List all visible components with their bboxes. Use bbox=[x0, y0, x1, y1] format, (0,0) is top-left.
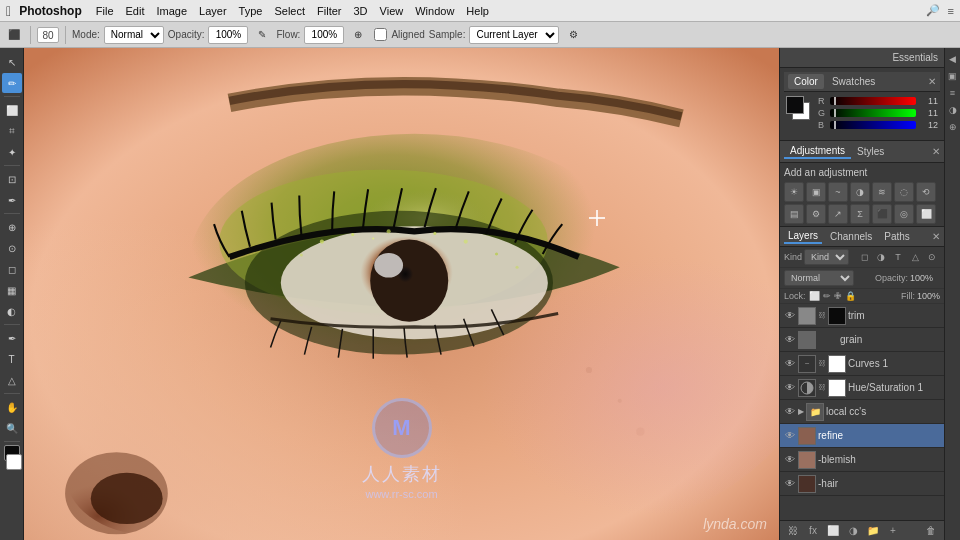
eye-icon-localccs[interactable]: 👁 bbox=[785, 406, 795, 417]
menu-item-3d[interactable]: 3D bbox=[353, 5, 367, 17]
eye-icon-hair[interactable]: 👁 bbox=[785, 478, 795, 489]
dodge-tool[interactable]: ◐ bbox=[2, 301, 22, 321]
panel-close-icon[interactable]: ✕ bbox=[928, 76, 936, 87]
new-layer-btn[interactable]: + bbox=[884, 523, 902, 539]
layers-tab[interactable]: Layers bbox=[784, 229, 822, 244]
filter-pixel-btn[interactable]: ◻ bbox=[856, 249, 872, 265]
lock-all-icon[interactable]: 🔒 bbox=[845, 291, 856, 301]
pen-tool[interactable]: ✒ bbox=[2, 328, 22, 348]
aligned-checkbox[interactable] bbox=[374, 28, 387, 41]
swatches-tab[interactable]: Swatches bbox=[826, 74, 881, 89]
zoom-tool[interactable]: 🔍 bbox=[2, 418, 22, 438]
layer-item-blemish[interactable]: 👁 -blemish bbox=[780, 448, 944, 472]
filter-adj-btn[interactable]: ◑ bbox=[873, 249, 889, 265]
layer-item-curves1[interactable]: 👁 ~ ⛓ Curves 1 bbox=[780, 352, 944, 376]
heal-tool[interactable]: ⊕ bbox=[2, 217, 22, 237]
paths-tab[interactable]: Paths bbox=[880, 230, 914, 243]
hand-tool[interactable]: ✋ bbox=[2, 397, 22, 417]
side-btn-5[interactable]: ⊕ bbox=[946, 120, 960, 134]
lasso-tool[interactable]: ⌗ bbox=[2, 121, 22, 141]
layer-item-trim[interactable]: 👁 ⛓ trim bbox=[780, 304, 944, 328]
eye-icon-refine[interactable]: 👁 bbox=[785, 430, 795, 441]
colorbalance-btn[interactable]: ⟲ bbox=[916, 182, 936, 202]
huesat-btn[interactable]: ◌ bbox=[894, 182, 914, 202]
menu-item-image[interactable]: Image bbox=[156, 5, 187, 17]
search-icon[interactable]: 🔎 bbox=[926, 4, 940, 17]
airbrush-icon[interactable]: ✎ bbox=[252, 26, 272, 44]
photofilter-btn[interactable]: ⚙ bbox=[806, 204, 826, 224]
new-group-btn[interactable]: 📁 bbox=[864, 523, 882, 539]
sample-select[interactable]: Current Layer bbox=[469, 26, 559, 44]
flow-input[interactable] bbox=[304, 26, 344, 44]
menu-item-edit[interactable]: Edit bbox=[126, 5, 145, 17]
exposure-btn[interactable]: ◑ bbox=[850, 182, 870, 202]
posterize-btn[interactable]: ◎ bbox=[894, 204, 914, 224]
menu-item-view[interactable]: View bbox=[380, 5, 404, 17]
eye-icon-blemish[interactable]: 👁 bbox=[785, 454, 795, 465]
r-slider[interactable] bbox=[830, 97, 916, 105]
blackwhite-btn[interactable]: ▤ bbox=[784, 204, 804, 224]
layers-panel-close[interactable]: ✕ bbox=[932, 231, 940, 242]
menu-item-select[interactable]: Select bbox=[274, 5, 305, 17]
layer-vis-huesat1[interactable]: 👁 bbox=[784, 382, 796, 394]
ignore-adj-icon[interactable]: ⚙ bbox=[563, 26, 583, 44]
shape-tool[interactable]: △ bbox=[2, 370, 22, 390]
layer-item-refine[interactable]: 👁 refine bbox=[780, 424, 944, 448]
side-btn-3[interactable]: ≡ bbox=[946, 86, 960, 100]
menu-item-layer[interactable]: Layer bbox=[199, 5, 227, 17]
layer-item-localccs[interactable]: 👁 ▶ 📁 local cc's bbox=[780, 400, 944, 424]
layer-vis-localccs[interactable]: 👁 bbox=[784, 406, 796, 418]
side-btn-1[interactable]: ◀ bbox=[946, 52, 960, 66]
menu-item-window[interactable]: Window bbox=[415, 5, 454, 17]
layer-vis-blemish[interactable]: 👁 bbox=[784, 454, 796, 466]
opacity-input[interactable] bbox=[208, 26, 248, 44]
colorlookup-btn[interactable]: Σ bbox=[850, 204, 870, 224]
layer-vis-hair[interactable]: 👁 bbox=[784, 478, 796, 490]
layer-vis-trim[interactable]: 👁 bbox=[784, 310, 796, 322]
add-style-btn[interactable]: fx bbox=[804, 523, 822, 539]
menu-item-type[interactable]: Type bbox=[239, 5, 263, 17]
menu-item-filter[interactable]: Filter bbox=[317, 5, 341, 17]
stamp-tool[interactable]: ⊙ bbox=[2, 238, 22, 258]
filter-smartobj-btn[interactable]: ⊙ bbox=[924, 249, 940, 265]
menu-icon[interactable]: ≡ bbox=[948, 5, 954, 17]
eyedropper-tool[interactable]: ✒ bbox=[2, 190, 22, 210]
styles-tab[interactable]: Styles bbox=[851, 145, 890, 158]
delete-layer-btn[interactable]: 🗑 bbox=[922, 523, 940, 539]
lock-transparency-icon[interactable]: ⬜ bbox=[809, 291, 820, 301]
channelmixer-btn[interactable]: ↗ bbox=[828, 204, 848, 224]
layer-vis-grain[interactable]: 👁 bbox=[784, 334, 796, 346]
select-rect-tool[interactable]: ⬜ bbox=[2, 100, 22, 120]
move-tool[interactable]: ↖ bbox=[2, 52, 22, 72]
side-btn-2[interactable]: ▣ bbox=[946, 69, 960, 83]
layer-item-hair[interactable]: 👁 -hair bbox=[780, 472, 944, 496]
group-expand-icon[interactable]: ▶ bbox=[798, 407, 804, 416]
curves-btn[interactable]: ~ bbox=[828, 182, 848, 202]
eye-icon-grain[interactable]: 👁 bbox=[785, 334, 795, 345]
layer-vis-curves1[interactable]: 👁 bbox=[784, 358, 796, 370]
tool-preset-btn[interactable]: ⬛ bbox=[4, 26, 24, 44]
layer-vis-refine[interactable]: 👁 bbox=[784, 430, 796, 442]
crop-tool[interactable]: ⊡ bbox=[2, 169, 22, 189]
channels-tab[interactable]: Channels bbox=[826, 230, 876, 243]
kind-select[interactable]: Kind bbox=[804, 249, 849, 265]
eye-icon-curves1[interactable]: 👁 bbox=[785, 358, 795, 369]
gradient-tool[interactable]: ▦ bbox=[2, 280, 22, 300]
adj-panel-close[interactable]: ✕ bbox=[932, 146, 940, 157]
menu-item-file[interactable]: File bbox=[96, 5, 114, 17]
background-color[interactable] bbox=[6, 454, 22, 470]
filter-shape-btn[interactable]: △ bbox=[907, 249, 923, 265]
eraser-tool[interactable]: ◻ bbox=[2, 259, 22, 279]
text-tool[interactable]: T bbox=[2, 349, 22, 369]
eye-icon-huesat1[interactable]: 👁 bbox=[785, 382, 795, 393]
add-mask-btn[interactable]: ⬜ bbox=[824, 523, 842, 539]
blend-mode-select[interactable]: Normal bbox=[784, 270, 854, 286]
menu-item-help[interactable]: Help bbox=[466, 5, 489, 17]
levels-btn[interactable]: ▣ bbox=[806, 182, 826, 202]
magic-wand-tool[interactable]: ✦ bbox=[2, 142, 22, 162]
filter-text-btn[interactable]: T bbox=[890, 249, 906, 265]
side-btn-4[interactable]: ◑ bbox=[946, 103, 960, 117]
threshold-btn[interactable]: ⬜ bbox=[916, 204, 936, 224]
spray-icon[interactable]: ⊕ bbox=[348, 26, 368, 44]
link-layers-btn[interactable]: ⛓ bbox=[784, 523, 802, 539]
